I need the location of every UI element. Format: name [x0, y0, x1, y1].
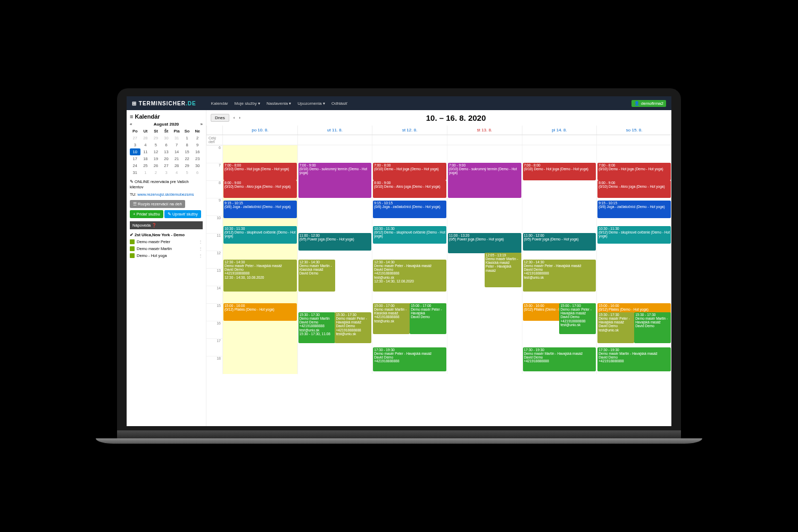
mc-prev[interactable]: «	[130, 122, 132, 127]
day-header[interactable]: pi 14. 8.	[522, 126, 597, 135]
mc-day[interactable]: 18	[140, 155, 151, 162]
mc-day[interactable]: 30	[192, 162, 203, 169]
calendar-event[interactable]: 10:30 - 11:30 (0/12) Demo - skupinové cv…	[223, 226, 297, 244]
day-header[interactable]: so 15. 8.	[596, 126, 671, 135]
calendar-event[interactable]: 10:30 - 11:30 (0/12) Demo - skupinové cv…	[597, 226, 671, 244]
btn-prev-week[interactable]: ‹	[234, 115, 235, 120]
calendar-event[interactable]: 12:30 - 14:30 Demo masér Peter - Havajsk…	[223, 260, 297, 292]
calendar-event[interactable]: 12:30 - 14:30 Demo masér Martin - Klasic…	[298, 260, 335, 292]
mc-day[interactable]: 25	[140, 162, 151, 169]
day-header[interactable]: st 12. 8.	[372, 126, 447, 135]
btn-next-week[interactable]: ›	[239, 115, 240, 120]
calendar-event[interactable]: 7:00 - 9:00 (0/10) Demo - sukromný termí…	[448, 163, 521, 198]
mc-day[interactable]: 3	[130, 142, 140, 148]
mc-day[interactable]: 21	[171, 155, 182, 162]
mc-day[interactable]: 4	[171, 169, 182, 176]
calendar-event[interactable]: 7:00 - 8:00 (0/10) Demo - Hot joga (Demo…	[597, 163, 671, 180]
mc-day[interactable]: 29	[151, 135, 161, 142]
calendar-event[interactable]: 7:00 - 9:00 (0/10) Demo - sukromný termí…	[298, 163, 372, 198]
mc-day[interactable]: 27	[161, 162, 172, 169]
day-header[interactable]: po 10. 8.	[222, 126, 297, 135]
mc-day[interactable]: 26	[151, 162, 161, 169]
mc-day[interactable]: 6	[192, 169, 203, 176]
staff-item[interactable]: Demo masér Peter⋮	[130, 238, 203, 245]
calendar-event[interactable]: 17:30 - 19:30 Demo masér Martin - Havajs…	[597, 347, 671, 371]
mc-day[interactable]: 8	[182, 142, 193, 148]
calendar-event[interactable]: 12:30 - 14:30 Demo masér Peter - Havajsk…	[523, 260, 596, 292]
calendar-grid[interactable]: 6789101112131415161718 7:00 - 8:00 (0/10…	[206, 145, 671, 374]
staff-item[interactable]: Demo masér Martin⋮	[130, 245, 203, 252]
btn-daily[interactable]: ☰ Rozpis rezervácií na deň	[130, 200, 185, 208]
mc-day[interactable]: 28	[140, 135, 151, 142]
calendar-event[interactable]: 9:15 - 10:15 (0/8) Joga - začiatočníci (…	[373, 201, 446, 218]
mc-day[interactable]: 7	[171, 142, 182, 148]
mc-day[interactable]: 30	[161, 135, 172, 142]
calendar-event[interactable]: 15:30 - 17:30 Demo masér Martin - Havajs…	[634, 312, 671, 343]
calendar-event[interactable]: 15:30 - 17:30 Demo masér Martin David De…	[298, 312, 335, 343]
mc-day[interactable]: 2	[192, 135, 203, 142]
mc-day[interactable]: 6	[161, 142, 172, 148]
help-section[interactable]: Nápoveda ❓	[130, 221, 203, 229]
mc-day[interactable]: 14	[171, 148, 182, 155]
nav-item[interactable]: Odhlásiť	[331, 101, 347, 106]
mc-day[interactable]: 12	[151, 148, 161, 155]
mc-day[interactable]: 10	[130, 148, 140, 155]
calendar-event[interactable]: 9:15 - 10:15 (0/8) Joga - začiatočníci (…	[597, 201, 671, 218]
online-link[interactable]: www.rezervujsi.sk/demobezsms	[137, 192, 194, 197]
btn-add-service[interactable]: + Pridať službu	[130, 210, 163, 218]
mc-day[interactable]: 24	[130, 162, 140, 169]
calendar-event[interactable]: 12:30 - 14:30 Demo masér Peter - Havajsk…	[373, 260, 446, 292]
day-header[interactable]: št 13. 8.	[447, 126, 522, 135]
calendar-event[interactable]: 7:00 - 8:00 (0/10) Demo - Hot joga (Demo…	[223, 163, 297, 180]
mc-day[interactable]: 27	[130, 135, 140, 142]
mc-day[interactable]: 29	[182, 162, 193, 169]
mc-day[interactable]: 3	[161, 169, 172, 176]
nav-item[interactable]: Nastavenia ▾	[267, 101, 291, 106]
calendar-event[interactable]: 8:00 - 9:00 (0/10) Demo - Akro joga (Dem…	[373, 180, 446, 198]
calendar-event[interactable]: 15:00 - 16:00 (0/12) Pilates (Demo - Hot…	[223, 303, 297, 321]
nav-item[interactable]: Moje služby ▾	[235, 101, 260, 106]
nav-item[interactable]: Kalendár	[211, 101, 228, 106]
nav-item[interactable]: Upozornenia ▾	[297, 101, 325, 106]
calendar-event[interactable]: 15:00 - 17:00 Demo masér Peter - Havajsk…	[410, 303, 446, 334]
calendar-event[interactable]: 10:30 - 11:30 (0/12) Demo - skupinové cv…	[373, 226, 446, 244]
mc-day[interactable]: 19	[151, 155, 161, 162]
mc-day[interactable]: 11	[140, 148, 151, 155]
mc-day[interactable]: 1	[140, 169, 151, 176]
calendar-event[interactable]: 11:00 - 13:20 (0/5) Power joga (Demo - H…	[448, 233, 521, 253]
btn-today[interactable]: Dnes	[211, 114, 229, 122]
calendar-event[interactable]: 8:00 - 9:00 (0/10) Demo - Akro joga (Dem…	[597, 180, 671, 198]
mc-day[interactable]: 13	[161, 148, 172, 155]
calendar-event[interactable]: 7:00 - 8:00 (0/10) Demo - Hot joga (Demo…	[373, 163, 446, 180]
mc-day[interactable]: 28	[171, 162, 182, 169]
calendar-event[interactable]: 15:00 - 17:00 Demo masér Martin - Klasic…	[373, 303, 410, 334]
mc-day[interactable]: 9	[192, 142, 203, 148]
calendar-event[interactable]: 12:05 - 13:19 Demo masér Martin - Klasic…	[485, 253, 521, 287]
mc-day[interactable]: 4	[140, 142, 151, 148]
calendar-event[interactable]: 11:00 - 12:00 (0/5) Power joga (Demo - H…	[298, 233, 372, 251]
mc-day[interactable]: 1	[182, 135, 193, 142]
mc-day[interactable]: 20	[161, 155, 172, 162]
mc-day[interactable]: 5	[182, 169, 193, 176]
calendar-event[interactable]: 15:00 - 17:00 Demo masér Peter - Havajsk…	[559, 303, 596, 334]
mc-day[interactable]: 15	[182, 148, 193, 155]
calendar-event[interactable]: 15:30 - 17:30 Demo masér Peter - Havajsk…	[597, 312, 634, 343]
mc-day[interactable]: 23	[192, 155, 203, 162]
day-header[interactable]: ut 11. 8.	[297, 126, 372, 135]
mc-day[interactable]: 16	[192, 148, 203, 155]
staff-item[interactable]: Demo - Hot yoga⋮	[130, 252, 203, 259]
sidebar-location[interactable]: ✔ 2st Ulica,New York - Demo	[130, 231, 203, 238]
calendar-event[interactable]: 9:15 - 10:15 (0/8) Joga - začiatočníci (…	[223, 201, 297, 218]
mc-next[interactable]: »	[201, 122, 203, 127]
calendar-event[interactable]: 15:30 - 17:30 Demo masér Peter - Havajsk…	[335, 312, 371, 343]
mc-day[interactable]: 2	[151, 169, 161, 176]
calendar-event[interactable]: 17:30 - 19:30 Demo masér Peter - Havajsk…	[373, 347, 446, 371]
mc-day[interactable]: 31	[130, 169, 140, 176]
calendar-event[interactable]: 17:30 - 19:30 Demo masér Martin - Havajs…	[523, 347, 596, 371]
mc-day[interactable]: 5	[151, 142, 161, 148]
btn-edit-service[interactable]: ✎ Upraviť služby	[164, 210, 201, 218]
user-badge[interactable]: 👤 demofirma2	[631, 100, 666, 107]
calendar-event[interactable]: 11:00 - 12:00 (0/5) Power joga (Demo - H…	[523, 233, 596, 251]
calendar-event[interactable]: 7:00 - 8:00 (0/10) Demo - Hot joga (Demo…	[523, 163, 596, 180]
mc-day[interactable]: 31	[171, 135, 182, 142]
